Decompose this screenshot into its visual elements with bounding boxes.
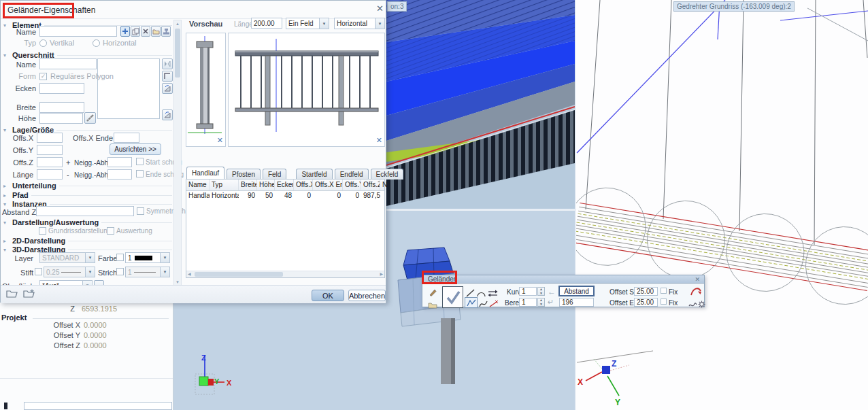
kurve-input[interactable]: 1	[519, 287, 537, 296]
enter-icon[interactable]: ↵	[548, 298, 554, 307]
neigg-ende-input[interactable]	[107, 169, 132, 180]
col-offsy[interactable]: Offs.Y	[343, 180, 361, 190]
viewport-title-rotated-plan[interactable]: Gedrehter Grundriss (-163.009 deg):2	[673, 1, 795, 12]
col-offsx-ende[interactable]: Offs.X Ende	[313, 180, 343, 190]
apply-button[interactable]	[442, 286, 463, 308]
rotate-section-button-2[interactable]	[162, 109, 173, 120]
laenge-input[interactable]	[37, 169, 63, 180]
bereich-spinner[interactable]: ▲▼	[537, 298, 545, 307]
form-checkbox[interactable]: ✓	[39, 73, 47, 80]
offsy-input[interactable]	[37, 145, 63, 155]
mirror-section-button[interactable]	[162, 58, 173, 69]
offsz-input[interactable]	[37, 157, 63, 167]
properties-pen-button[interactable]	[429, 287, 437, 299]
cancel-button[interactable]: Abbrechen	[348, 290, 386, 301]
ausrichten-button[interactable]: Ausrichten >>	[110, 143, 161, 155]
settings-button[interactable]	[698, 298, 705, 311]
toolbar-close-icon[interactable]: ✕	[695, 275, 700, 284]
col-name[interactable]: Name	[186, 180, 210, 190]
back-arrow-icon[interactable]: ←	[548, 287, 556, 296]
col-ecken[interactable]: Ecken	[275, 180, 294, 190]
abstand-z-input[interactable]	[36, 206, 134, 216]
toolbar-titlebar[interactable]: Geländer ✕	[422, 275, 705, 284]
tab-pfosten[interactable]: Pfosten	[227, 169, 261, 180]
railing-preview-close-icon[interactable]: ✕	[376, 136, 382, 145]
vorschau-laenge-input[interactable]: 200.00	[251, 18, 282, 29]
tab-startfeld[interactable]: Startfeld	[296, 169, 332, 180]
auswertung-checkbox[interactable]	[107, 227, 114, 235]
palette-bottom-input[interactable]	[24, 402, 172, 410]
curve-tool-button[interactable]	[690, 286, 703, 299]
scroll-up-icon[interactable]: ▲	[174, 20, 181, 27]
col-breite[interactable]: Breite	[239, 180, 257, 190]
measure-button[interactable]	[84, 112, 96, 124]
grundrissdarstellung-checkbox[interactable]	[39, 227, 46, 235]
hscroll-thumb[interactable]	[195, 272, 283, 277]
symmetrisch-checkbox[interactable]	[137, 207, 144, 215]
save-favorite-button[interactable]	[23, 288, 35, 301]
section-unterteilung[interactable]: ▸Unterteilung	[3, 182, 172, 190]
scrollbar-thumb[interactable]	[175, 29, 180, 78]
farbe-dropdown[interactable]: 1 ▼	[125, 252, 170, 263]
strich-checkbox[interactable]	[116, 268, 124, 275]
neigg-start-input[interactable]	[107, 157, 132, 167]
viewport-3d-bridge[interactable]: on:3	[386, 0, 575, 209]
element-delete-mode-button[interactable]	[489, 298, 499, 311]
start-schraeg-checkbox[interactable]	[136, 158, 144, 165]
bereich-input[interactable]: 1	[519, 298, 537, 307]
dialog-close-icon[interactable]: ✕	[376, 5, 384, 12]
smooth-curve-button[interactable]	[688, 299, 697, 311]
viewport-rotated-plan[interactable]: Z X Y Gedrehter Grundriss (-163.009 deg)…	[575, 0, 868, 410]
table-header-row[interactable]: Name Typ Breite Höhe Ecken Offs.X Offs.X…	[186, 180, 384, 191]
richtung-dropdown[interactable]: Horizontal▼	[334, 18, 385, 29]
layer-dropdown[interactable]: STANDARD▼	[39, 252, 95, 263]
save-element-button[interactable]	[161, 26, 171, 37]
kurve-spinner[interactable]: ▲▼	[537, 287, 545, 296]
offsx-ende-input[interactable]	[114, 133, 139, 143]
offset-ende-input[interactable]: 25.00	[634, 298, 658, 307]
breite-input[interactable]	[39, 102, 84, 113]
feld-dropdown[interactable]: Ein Feld▼	[286, 18, 329, 29]
spline-mode-button[interactable]	[479, 298, 488, 311]
offsx-input[interactable]	[37, 133, 63, 143]
stift-dropdown[interactable]: 0.25 ▼	[44, 267, 95, 277]
length-input[interactable]: 196	[559, 298, 594, 307]
tab-eckfeld[interactable]: Eckfeld	[371, 169, 404, 180]
section-pfad[interactable]: ▸Pfad	[3, 191, 172, 199]
copy-element-button[interactable]	[131, 26, 140, 37]
ecken-input[interactable]	[39, 83, 84, 94]
scroll-right-icon[interactable]: ▶	[380, 271, 383, 277]
table-row[interactable]: Handlauf Horizontal 90 50 48 0 0 0 987,5	[186, 191, 384, 201]
open-favorite-button[interactable]	[6, 288, 18, 301]
stift-checkbox[interactable]	[35, 268, 42, 275]
col-offsz[interactable]: Offs.Z	[361, 180, 380, 190]
farbe-checkbox[interactable]	[116, 254, 124, 261]
tab-endfeld[interactable]: Endfeld	[335, 169, 369, 180]
rotate-section-button[interactable]	[162, 83, 173, 94]
section-lage-groesse[interactable]: ▾Lage/Größe	[3, 126, 172, 134]
abstand-button[interactable]: Abstand	[558, 286, 595, 296]
tab-handlauf[interactable]: Handlauf	[186, 167, 224, 180]
scroll-left-icon[interactable]: ◀	[188, 271, 191, 277]
tab-feld[interactable]: Feld	[263, 169, 286, 180]
post-preview-close-icon[interactable]: ✕	[217, 136, 223, 145]
section-darstellung[interactable]: ▾Darstellung/Auswertung	[3, 218, 172, 226]
offset-start-input[interactable]: 25.00	[634, 287, 658, 296]
col-n[interactable]: N	[380, 180, 387, 190]
add-element-button[interactable]	[120, 26, 130, 37]
ok-button[interactable]: OK	[312, 290, 344, 301]
viewport-title-animation[interactable]: on:3	[387, 1, 407, 12]
delete-element-button[interactable]	[141, 26, 150, 37]
projekt-section-header[interactable]: Projekt	[1, 313, 27, 322]
col-hoehe[interactable]: Höhe	[257, 180, 275, 190]
element-name-input[interactable]	[39, 26, 117, 37]
fix-ende-checkbox[interactable]	[661, 298, 667, 305]
ende-schraeg-checkbox[interactable]	[136, 170, 144, 177]
radio-vertikal[interactable]	[39, 39, 47, 47]
polyline-mode-button[interactable]	[465, 297, 478, 308]
form-scrollbar[interactable]: ▲ ▼	[173, 20, 182, 286]
section-2d-darstellung[interactable]: ▸2D-Darstellung	[3, 237, 172, 245]
fix-start-checkbox[interactable]	[661, 288, 667, 294]
load-element-button[interactable]	[151, 26, 161, 37]
col-offsx[interactable]: Offs.X	[294, 180, 313, 190]
